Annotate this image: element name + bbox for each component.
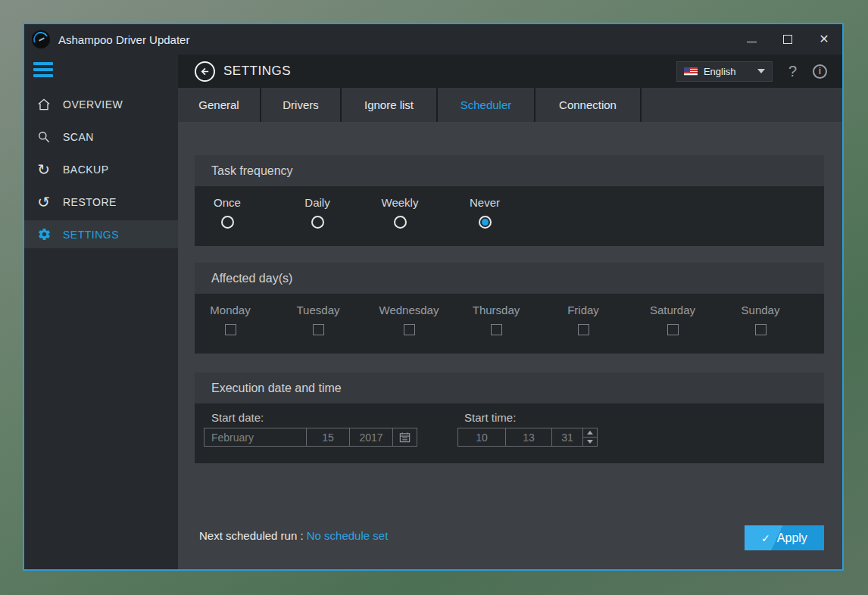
checkbox-label: Thursday xyxy=(473,304,520,316)
gear-icon xyxy=(36,226,52,243)
start-date-day-field[interactable]: 15 xyxy=(306,428,349,446)
sidebar-item-restore[interactable]: ↺ RESTORE xyxy=(24,188,178,216)
start-date-year-field[interactable]: 2017 xyxy=(349,428,392,446)
day-option-wednesday[interactable]: Wednesday xyxy=(373,304,445,335)
radio-label: Never xyxy=(470,196,500,209)
day-option-tuesday[interactable]: Tuesday xyxy=(283,304,354,335)
hamburger-menu-icon[interactable] xyxy=(33,62,53,77)
checkbox-friday[interactable] xyxy=(578,324,589,335)
chevron-down-icon xyxy=(757,69,765,73)
radio-button-daily[interactable] xyxy=(311,216,324,229)
checkbox-saturday[interactable] xyxy=(667,324,679,335)
time-spinner xyxy=(582,428,597,446)
sidebar-item-backup[interactable]: ↻ BACKUP xyxy=(24,155,178,183)
sidebar-item-label: OVERVIEW xyxy=(63,98,123,111)
triangle-up-icon xyxy=(587,431,593,435)
backup-icon: ↻ xyxy=(36,161,52,178)
frequency-option-once[interactable]: Once xyxy=(195,196,259,229)
sidebar-item-label: RESTORE xyxy=(63,196,117,208)
start-date-month-field[interactable]: February xyxy=(205,428,306,446)
start-time-hours-field[interactable]: 10 xyxy=(458,428,505,446)
radio-button-never[interactable] xyxy=(479,216,492,229)
page-header: SETTINGS English ? i xyxy=(178,55,842,88)
window-controls: ✕ xyxy=(733,24,842,55)
next-run-value-link[interactable]: No schedule set xyxy=(307,529,389,542)
tab-drivers[interactable]: Drivers xyxy=(261,88,342,122)
section-title: Affected day(s) xyxy=(195,263,824,294)
start-time-group: 10 13 31 xyxy=(457,428,598,447)
next-scheduled-run: Next scheduled run : No schedule set xyxy=(199,529,388,542)
tab-scheduler[interactable]: Scheduler xyxy=(438,88,535,122)
section-affected-days: Affected day(s) Monday Tuesday xyxy=(195,263,824,354)
apply-button[interactable]: ✓ Apply xyxy=(745,525,824,550)
help-button[interactable]: ? xyxy=(788,63,797,80)
checkmark-icon: ✓ xyxy=(761,532,770,544)
radio-button-weekly[interactable] xyxy=(394,216,407,229)
desktop-background: Ashampoo Driver Updater ✕ OVERVIEW xyxy=(0,0,868,595)
sidebar-nav: OVERVIEW SCAN ↻ BACKUP ↺ RESTORE xyxy=(24,90,178,248)
close-button[interactable]: ✕ xyxy=(806,24,842,55)
checkbox-label: Sunday xyxy=(742,304,780,316)
language-value: English xyxy=(704,66,751,77)
close-icon: ✕ xyxy=(819,33,829,45)
maximize-icon xyxy=(783,35,792,44)
triangle-down-icon xyxy=(587,440,593,444)
day-option-sunday[interactable]: Sunday xyxy=(725,304,796,335)
start-time-label: Start time: xyxy=(464,411,516,424)
day-option-friday[interactable]: Friday xyxy=(548,304,619,335)
checkbox-label: Friday xyxy=(567,304,599,316)
radio-label: Daily xyxy=(304,196,329,209)
sidebar-item-scan[interactable]: SCAN xyxy=(24,123,178,151)
frequency-option-weekly[interactable]: Weekly xyxy=(368,196,432,229)
day-option-monday[interactable]: Monday xyxy=(195,304,266,335)
section-title: Execution date and time xyxy=(195,372,824,403)
radio-button-once[interactable] xyxy=(221,216,234,229)
start-time-seconds-field[interactable]: 31 xyxy=(551,428,582,446)
home-icon xyxy=(36,96,52,113)
radio-label: Weekly xyxy=(382,196,419,209)
minimize-button[interactable] xyxy=(733,24,770,55)
checkbox-wednesday[interactable] xyxy=(404,324,415,335)
radio-label: Once xyxy=(214,196,241,209)
checkbox-tuesday[interactable] xyxy=(313,324,324,335)
checkbox-label: Saturday xyxy=(650,304,695,316)
tab-general[interactable]: General xyxy=(178,88,261,122)
sidebar-item-label: SETTINGS xyxy=(63,229,119,241)
app-window: Ashampoo Driver Updater ✕ OVERVIEW xyxy=(23,23,844,571)
restore-icon: ↺ xyxy=(36,194,52,210)
page-title: SETTINGS xyxy=(223,64,291,79)
start-time-minutes-field[interactable]: 13 xyxy=(505,428,551,446)
frequency-option-daily[interactable]: Daily xyxy=(286,196,349,229)
checkbox-monday[interactable] xyxy=(225,324,236,335)
language-dropdown[interactable]: English xyxy=(676,61,773,82)
info-button[interactable]: i xyxy=(813,64,827,79)
sidebar: OVERVIEW SCAN ↻ BACKUP ↺ RESTORE xyxy=(24,55,178,569)
frequency-option-never[interactable]: Never xyxy=(453,196,517,229)
calendar-picker-button[interactable] xyxy=(392,428,417,446)
sidebar-item-label: BACKUP xyxy=(63,164,109,176)
app-logo-icon xyxy=(32,30,50,48)
sidebar-item-label: SCAN xyxy=(63,131,94,143)
checkbox-sunday[interactable] xyxy=(755,324,767,335)
section-title: Task frequency xyxy=(195,155,824,186)
tab-connection[interactable]: Connection xyxy=(535,88,642,122)
window-title: Ashampoo Driver Updater xyxy=(58,33,189,46)
settings-tabbar: General Drivers Ignore list Scheduler Co… xyxy=(178,88,842,122)
section-task-frequency: Task frequency Once Daily Week xyxy=(195,155,824,246)
apply-label: Apply xyxy=(777,531,807,545)
day-option-saturday[interactable]: Saturday xyxy=(637,304,708,335)
sidebar-item-settings[interactable]: SETTINGS xyxy=(24,220,178,248)
us-flag-icon xyxy=(684,67,698,76)
spinner-up-button[interactable] xyxy=(583,428,597,438)
back-button[interactable] xyxy=(195,61,215,82)
back-arrow-icon xyxy=(199,66,211,77)
calendar-icon xyxy=(399,431,411,443)
day-option-thursday[interactable]: Thursday xyxy=(461,304,532,335)
tab-ignore-list[interactable]: Ignore list xyxy=(342,88,438,122)
start-date-group: February 15 2017 xyxy=(204,428,417,447)
sidebar-item-overview[interactable]: OVERVIEW xyxy=(24,90,178,118)
checkbox-label: Monday xyxy=(210,304,250,316)
maximize-button[interactable] xyxy=(770,24,806,55)
spinner-down-button[interactable] xyxy=(583,438,597,446)
checkbox-thursday[interactable] xyxy=(491,324,502,335)
